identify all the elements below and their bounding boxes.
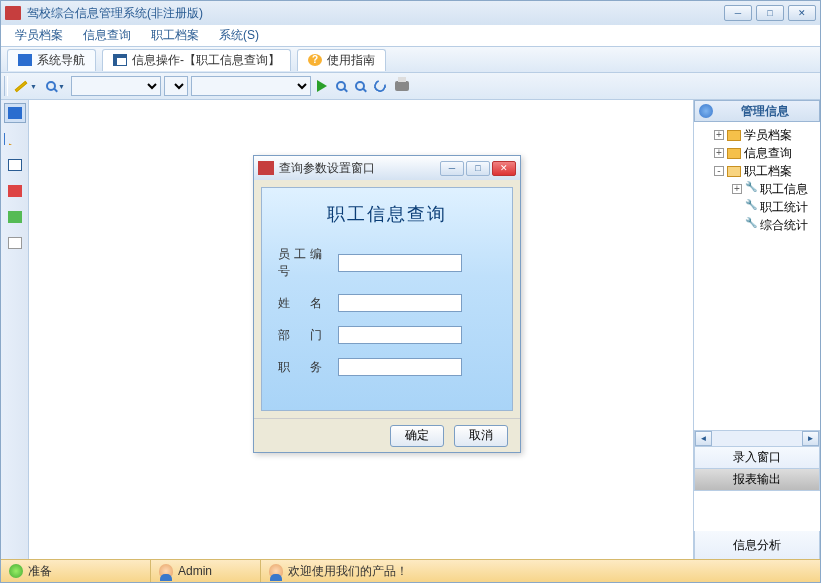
right-panel: 管理信息 +学员档案 +信息查询 -职工档案 +职工信息 职工统计 综合统计 ◄…: [694, 100, 820, 559]
menu-staff[interactable]: 职工档案: [141, 25, 209, 46]
wrench-icon-3: [745, 219, 757, 231]
label-dept: 部 门: [278, 327, 338, 344]
left-btn-1[interactable]: [4, 103, 26, 123]
tab-nav[interactable]: 系统导航: [7, 49, 96, 71]
right-hscroll[interactable]: ◄ ►: [694, 430, 820, 447]
dialog-title: 查询参数设置窗口: [279, 160, 375, 177]
label-name: 姓 名: [278, 295, 338, 312]
tree: +学员档案 +信息查询 -职工档案 +职工信息 职工统计 综合统计: [694, 122, 820, 430]
user-icon: [159, 564, 173, 578]
maximize-button[interactable]: □: [756, 5, 784, 21]
center-area: 查询参数设置窗口 ─ □ ✕ 职工信息查询 员工编号 姓 名 部 门 职 务: [29, 100, 694, 559]
tree-icon: [4, 133, 26, 145]
dialog-close[interactable]: ✕: [492, 161, 516, 176]
scroll-right[interactable]: ►: [802, 431, 819, 446]
mag1-icon: [336, 81, 346, 91]
doc-icon: [8, 159, 22, 171]
pencil-icon: [15, 80, 28, 91]
tree-staff-comp[interactable]: 综合统计: [732, 216, 820, 234]
status-welcome: 欢迎使用我们的产品！: [261, 560, 820, 582]
wrench-icon: [745, 183, 757, 195]
label-duty: 职 务: [278, 359, 338, 376]
tab-strip: 系统导航 信息操作-【职工信息查询】 ?使用指南: [1, 47, 820, 73]
app-icon: [5, 6, 21, 20]
user-icon-2: [269, 564, 283, 578]
statusbar: 准备 Admin 欢迎使用我们的产品！: [1, 559, 820, 582]
tab-info[interactable]: 信息操作-【职工信息查询】: [102, 49, 291, 71]
tree-query[interactable]: +信息查询: [714, 144, 820, 162]
square-icon: [8, 107, 22, 119]
cancel-button[interactable]: 取消: [454, 425, 508, 447]
btn-input-window[interactable]: 录入窗口: [694, 447, 820, 469]
input-dept[interactable]: [338, 326, 462, 344]
combo-2[interactable]: [164, 76, 188, 96]
mag2-icon: [355, 81, 365, 91]
search-button[interactable]: ▼: [43, 79, 68, 93]
run-button[interactable]: [314, 78, 330, 94]
menu-system[interactable]: 系统(S): [209, 25, 269, 46]
tree-student[interactable]: +学员档案: [714, 126, 820, 144]
grid-icon: [113, 54, 127, 66]
dialog-maximize[interactable]: □: [466, 161, 490, 176]
left-btn-3[interactable]: [4, 155, 26, 175]
printer-icon: [395, 81, 409, 91]
dialog-minimize[interactable]: ─: [440, 161, 464, 176]
search-icon: [46, 81, 56, 91]
close-button[interactable]: ✕: [788, 5, 816, 21]
tree-staff-stat[interactable]: 职工统计: [732, 198, 820, 216]
input-name[interactable]: [338, 294, 462, 312]
query-dialog: 查询参数设置窗口 ─ □ ✕ 职工信息查询 员工编号 姓 名 部 门 职 务: [253, 155, 521, 453]
minimize-button[interactable]: ─: [724, 5, 752, 21]
btn-report[interactable]: 报表输出: [694, 469, 820, 491]
scroll-left[interactable]: ◄: [695, 431, 712, 446]
edit-button[interactable]: ▼: [11, 81, 40, 92]
find-user-button[interactable]: [333, 79, 349, 93]
print-button[interactable]: [392, 79, 412, 93]
combo-3[interactable]: [191, 76, 311, 96]
left-iconbar: [1, 100, 29, 559]
menubar: 学员档案 信息查询 职工档案 系统(S): [1, 25, 820, 47]
find-user2-button[interactable]: [352, 79, 368, 93]
help-icon: ?: [308, 54, 322, 66]
tree-staff-info[interactable]: +职工信息: [732, 180, 820, 198]
status-user: Admin: [151, 560, 261, 582]
tab-guide[interactable]: ?使用指南: [297, 49, 386, 71]
swirl-icon: [372, 78, 388, 94]
nav-icon: [18, 54, 32, 66]
left-btn-2[interactable]: [4, 129, 26, 149]
combo-1[interactable]: [71, 76, 161, 96]
btn-analysis[interactable]: 信息分析: [694, 531, 820, 559]
menu-student[interactable]: 学员档案: [5, 25, 73, 46]
input-duty[interactable]: [338, 358, 462, 376]
window-title: 驾校综合信息管理系统(非注册版): [27, 5, 203, 22]
left-btn-6[interactable]: [4, 233, 26, 253]
main-window: 驾校综合信息管理系统(非注册版) ─ □ ✕ 学员档案 信息查询 职工档案 系统…: [0, 0, 821, 583]
left-btn-4[interactable]: [4, 181, 26, 201]
status-ready: 准备: [1, 560, 151, 582]
label-empid: 员工编号: [278, 246, 338, 280]
toolbar: ▼ ▼: [1, 73, 820, 100]
ok-button[interactable]: 确定: [390, 425, 444, 447]
tree-staff[interactable]: -职工档案: [714, 162, 820, 180]
dialog-header: 职工信息查询: [278, 202, 496, 226]
play-icon: [317, 80, 327, 92]
right-header: 管理信息: [694, 100, 820, 122]
green-icon: [8, 211, 22, 223]
dialog-icon: [258, 161, 274, 175]
ready-icon: [9, 564, 23, 578]
bar-icon: [8, 237, 22, 249]
menu-query[interactable]: 信息查询: [73, 25, 141, 46]
left-btn-5[interactable]: [4, 207, 26, 227]
titlebar: 驾校综合信息管理系统(非注册版) ─ □ ✕: [1, 1, 820, 25]
info-icon: [699, 104, 713, 118]
refresh-button[interactable]: [371, 78, 389, 94]
wrench-icon-2: [745, 201, 757, 213]
red-icon: [8, 185, 22, 197]
dialog-titlebar[interactable]: 查询参数设置窗口 ─ □ ✕: [254, 156, 520, 180]
input-empid[interactable]: [338, 254, 462, 272]
